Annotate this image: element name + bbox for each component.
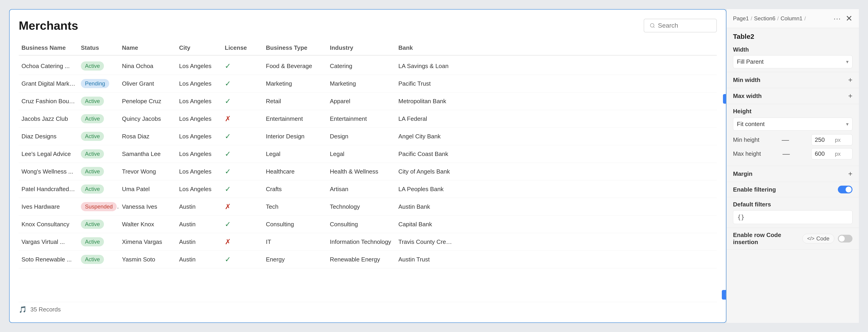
cell-industry: Health & Wellness bbox=[327, 168, 396, 175]
max-width-section: Max width + bbox=[726, 88, 859, 104]
table-row[interactable]: Knox Consultancy Active Walter Knox Aust… bbox=[19, 215, 717, 233]
min-width-add-button[interactable]: + bbox=[848, 76, 852, 84]
check-icon: ✓ bbox=[225, 167, 231, 175]
default-filters-section: Default filters {} bbox=[726, 197, 859, 228]
margin-label: Margin bbox=[733, 170, 752, 177]
width-select[interactable]: Fill Parent ▾ bbox=[733, 55, 852, 68]
cell-name: Nina Ochoa bbox=[119, 63, 176, 70]
height-chevron-icon: ▾ bbox=[846, 121, 848, 127]
cross-icon: ✗ bbox=[225, 238, 231, 246]
table-row[interactable]: Ochoa Catering ... Active Nina Ochoa Los… bbox=[19, 57, 717, 75]
width-section: Width Fill Parent ▾ bbox=[726, 43, 859, 72]
cell-name: Walter Knox bbox=[119, 221, 176, 228]
col-header-name: Name bbox=[119, 44, 176, 52]
cell-bank: Travis County Credit ... bbox=[396, 238, 455, 245]
cell-city: Los Angeles bbox=[176, 186, 222, 193]
enable-row-insertion-section: Enable row Code insertion </> Code bbox=[726, 228, 859, 250]
table-row[interactable]: Cruz Fashion Boutique Active Penelope Cr… bbox=[19, 93, 717, 110]
cell-business-name: Soto Renewable ... bbox=[19, 256, 78, 263]
min-height-remove-button[interactable]: — bbox=[782, 136, 789, 144]
cell-industry: Renewable Energy bbox=[327, 256, 396, 263]
cell-name: Rosa Diaz bbox=[119, 133, 176, 140]
max-width-add-button[interactable]: + bbox=[848, 92, 852, 100]
column-headers: Business Name Status Name City License B… bbox=[19, 41, 717, 56]
cell-industry: Consulting bbox=[327, 221, 396, 228]
cell-license: ✓ bbox=[222, 132, 263, 141]
table-row[interactable]: Wong's Wellness ... Active Trevor Wong L… bbox=[19, 163, 717, 180]
cell-business-name: Knox Consultancy bbox=[19, 221, 78, 228]
cell-business-name: Ives Hardware bbox=[19, 203, 78, 210]
height-label: Height bbox=[733, 108, 852, 115]
table-title: Merchants bbox=[19, 19, 78, 32]
cell-business-name: Lee's Legal Advice bbox=[19, 151, 78, 158]
cell-business-type: Interior Design bbox=[263, 133, 327, 140]
breadcrumb-section: Section6 bbox=[754, 15, 775, 22]
table-row[interactable]: Vargas Virtual ... Active Ximena Vargas … bbox=[19, 233, 717, 251]
height-value: Fit content bbox=[737, 121, 846, 128]
table-row[interactable]: Jacobs Jazz Club Active Quincy Jacobs Lo… bbox=[19, 110, 717, 128]
cell-license: ✓ bbox=[222, 185, 263, 193]
table-footer: 🎵 35 Records bbox=[19, 302, 717, 313]
cell-business-name: Vargas Virtual ... bbox=[19, 238, 78, 245]
cell-name: Uma Patel bbox=[119, 186, 176, 193]
breadcrumb-page: Page1 bbox=[733, 15, 749, 22]
cell-bank: LA Savings & Loan bbox=[396, 63, 455, 70]
min-height-label: Min height bbox=[733, 137, 759, 143]
cell-business-name: Jacobs Jazz Club bbox=[19, 115, 78, 122]
col-header-business-name: Business Name bbox=[19, 44, 78, 52]
check-icon: ✓ bbox=[225, 97, 231, 105]
max-height-row: Max height — px bbox=[733, 148, 852, 159]
cell-industry: Legal bbox=[327, 151, 396, 158]
cell-name: Trevor Wong bbox=[119, 168, 176, 175]
close-button[interactable]: ✕ bbox=[846, 14, 852, 23]
more-options-button[interactable]: ··· bbox=[834, 14, 841, 23]
chevron-down-icon: ▾ bbox=[846, 59, 848, 65]
table-row[interactable]: Patel Handcrafted ... Active Uma Patel L… bbox=[19, 180, 717, 198]
margin-add-button[interactable]: + bbox=[848, 170, 852, 178]
cell-bank: Austin Trust bbox=[396, 256, 455, 263]
height-dropdown[interactable]: Fit content ▾ bbox=[733, 118, 852, 131]
cell-industry: Catering bbox=[327, 63, 396, 70]
min-width-section: Min width + bbox=[726, 72, 859, 88]
cell-business-type: Marketing bbox=[263, 80, 327, 87]
cell-license: ✓ bbox=[222, 167, 263, 176]
cell-business-type: Retail bbox=[263, 98, 327, 105]
table-row[interactable]: Diaz Designs Active Rosa Diaz Los Angele… bbox=[19, 128, 717, 145]
cell-city: Los Angeles bbox=[176, 151, 222, 158]
sep1: / bbox=[751, 15, 752, 22]
col-header-city: City bbox=[176, 44, 222, 52]
svg-point-0 bbox=[650, 24, 654, 27]
settings-table-name: Table2 bbox=[726, 28, 859, 43]
cell-city: Austin bbox=[176, 203, 222, 210]
table-row[interactable]: Soto Renewable ... Active Yasmin Soto Au… bbox=[19, 251, 717, 268]
table-row[interactable]: Lee's Legal Advice Active Samantha Lee L… bbox=[19, 145, 717, 163]
table-row[interactable]: Grant Digital Marketing Pending Oliver G… bbox=[19, 75, 717, 93]
cell-license: ✓ bbox=[222, 220, 263, 229]
max-height-input[interactable] bbox=[815, 150, 833, 157]
records-icon: 🎵 bbox=[19, 306, 27, 313]
enable-row-insertion-label: Enable row Code insertion bbox=[733, 232, 802, 246]
search-input[interactable] bbox=[658, 22, 711, 29]
max-height-remove-button[interactable]: — bbox=[782, 150, 790, 158]
min-height-input[interactable] bbox=[815, 136, 833, 143]
check-icon: ✓ bbox=[225, 220, 231, 228]
cell-industry: Artisan bbox=[327, 186, 396, 193]
default-filters-label: Default filters bbox=[733, 201, 852, 208]
enable-row-insertion-toggle[interactable] bbox=[838, 235, 852, 242]
cell-business-name: Diaz Designs bbox=[19, 133, 78, 140]
cell-status: Pending bbox=[78, 79, 119, 88]
table-header-row: Merchants bbox=[19, 19, 717, 32]
max-width-label: Max width bbox=[733, 93, 762, 100]
code-icon: </> bbox=[807, 236, 814, 241]
search-box[interactable] bbox=[644, 19, 717, 32]
check-icon: ✓ bbox=[225, 150, 231, 158]
cell-city: Austin bbox=[176, 221, 222, 228]
cell-city: Los Angeles bbox=[176, 168, 222, 175]
cell-business-type: Tech bbox=[263, 203, 327, 210]
enable-filtering-toggle[interactable] bbox=[838, 186, 852, 193]
cell-industry: Apparel bbox=[327, 98, 396, 105]
cell-name: Vanessa Ives bbox=[119, 203, 176, 210]
default-filters-value[interactable]: {} bbox=[733, 210, 852, 224]
table-row[interactable]: Ives Hardware Suspended Vanessa Ives Aus… bbox=[19, 198, 717, 215]
code-badge[interactable]: </> Code bbox=[802, 234, 834, 243]
